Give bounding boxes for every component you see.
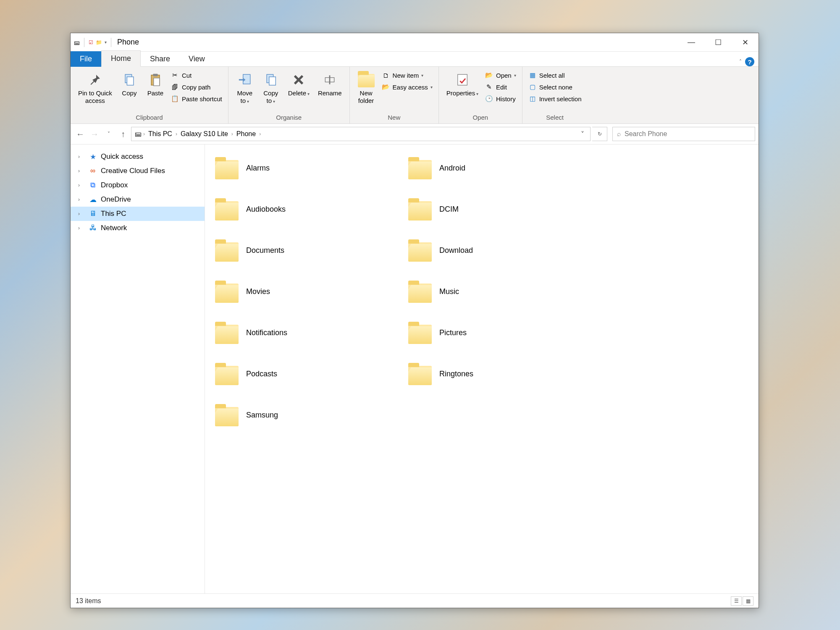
expand-icon[interactable]: › (78, 168, 85, 174)
folder-label: Download (439, 246, 473, 255)
tab-file[interactable]: File (71, 51, 101, 67)
chevron-icon[interactable]: › (176, 131, 177, 137)
address-dropdown-icon[interactable]: ˅ (578, 130, 587, 138)
select-all-button[interactable]: ▦Select all (527, 70, 583, 80)
sidebar-item-network[interactable]: › 🖧 Network (71, 221, 205, 235)
folder-audiobooks[interactable]: Audiobooks (213, 190, 398, 228)
copy-button[interactable]: Copy (117, 69, 142, 99)
breadcrumb-device[interactable]: Galaxy S10 Lite (179, 129, 230, 139)
copy-to-button[interactable]: Copy to (259, 69, 283, 106)
expand-icon[interactable]: › (78, 225, 85, 231)
copy-path-button[interactable]: 🗐Copy path (169, 82, 224, 92)
sidebar-item-creative-cloud-files[interactable]: › ∞ Creative Cloud Files (71, 164, 205, 178)
folder-android[interactable]: Android (407, 149, 591, 187)
group-new: New folder 🗋New item 📂Easy access New (350, 67, 439, 123)
close-button[interactable]: ✕ (732, 33, 759, 52)
folder-documents[interactable]: Documents (213, 231, 398, 270)
expand-icon[interactable]: › (78, 154, 85, 160)
quick-access-toolbar: 🖴 ☑ 📁 ▾ (74, 38, 113, 47)
edit-button[interactable]: ✎Edit (483, 82, 518, 92)
explorer-window: 🖴 ☑ 📁 ▾ Phone — ☐ ✕ File Home Share View… (70, 33, 759, 608)
chevron-icon[interactable]: › (259, 131, 261, 137)
paste-shortcut-button[interactable]: 📋Paste shortcut (169, 94, 224, 104)
open-button[interactable]: 📂Open (483, 70, 518, 80)
folder-music[interactable]: Music (407, 272, 591, 311)
expand-icon[interactable]: › (78, 182, 85, 188)
sidebar-item-label: Dropbox (101, 181, 128, 189)
expand-icon[interactable]: › (78, 211, 85, 217)
help-icon[interactable]: ? (745, 57, 754, 66)
folder-download[interactable]: Download (407, 231, 591, 270)
cut-button[interactable]: ✂Cut (169, 70, 224, 80)
search-input[interactable] (625, 130, 751, 138)
folder-icon (408, 281, 432, 302)
tab-view[interactable]: View (179, 51, 214, 67)
folder-notifications[interactable]: Notifications (213, 313, 398, 352)
expand-icon[interactable]: › (78, 197, 85, 202)
folder-movies[interactable]: Movies (213, 272, 398, 311)
breadcrumb-phone[interactable]: Phone (235, 129, 257, 139)
folder-alarms[interactable]: Alarms (213, 149, 398, 187)
qat-dropdown-icon[interactable]: ▾ (105, 40, 107, 45)
sidebar-item-label: This PC (101, 210, 126, 218)
folder-dcim[interactable]: DCIM (407, 190, 591, 228)
breadcrumb-this-pc[interactable]: This PC (147, 129, 174, 139)
move-to-button[interactable]: Move to (233, 69, 257, 106)
folder-icon (215, 199, 239, 220)
delete-button[interactable]: Delete (285, 69, 313, 99)
copy-path-icon: 🗐 (171, 83, 179, 91)
group-label: New (354, 113, 434, 123)
group-label: Open (443, 113, 518, 123)
folder-label: Ringtones (439, 370, 473, 378)
pin-to-quick-access-button[interactable]: Pin to Quick access (75, 69, 116, 106)
up-button[interactable]: ↑ (117, 128, 129, 140)
folder-icon (408, 240, 432, 261)
cc-icon: ∞ (88, 166, 97, 176)
navigation-pane: › ★ Quick access› ∞ Creative Cloud Files… (71, 144, 205, 593)
refresh-button[interactable]: ↻ (592, 127, 607, 141)
sidebar-item-onedrive[interactable]: › ☁ OneDrive (71, 192, 205, 207)
folder-samsung[interactable]: Samsung (213, 396, 398, 434)
maximize-button[interactable]: ☐ (705, 33, 732, 52)
minimize-button[interactable]: — (678, 33, 705, 52)
search-box[interactable]: ⌕ (612, 127, 755, 141)
sidebar-item-dropbox[interactable]: › ⧉ Dropbox (71, 178, 205, 192)
sidebar-item-label: Network (101, 224, 127, 232)
folder-podcasts[interactable]: Podcasts (213, 354, 398, 393)
folder-qat-icon[interactable]: 📁 (96, 39, 102, 45)
folder-ringtones[interactable]: Ringtones (407, 354, 591, 393)
properties-button[interactable]: Properties (443, 69, 482, 99)
rename-button[interactable]: Rename (315, 69, 345, 99)
status-bar: 13 items ☰ ▦ (71, 593, 759, 608)
easy-access-button[interactable]: 📂Easy access (380, 82, 434, 92)
icons-view-button[interactable]: ▦ (743, 596, 753, 606)
sidebar-item-quick-access[interactable]: › ★ Quick access (71, 150, 205, 164)
history-icon: 🕑 (485, 94, 494, 103)
invert-selection-button[interactable]: ◫Invert selection (527, 94, 583, 104)
address-bar[interactable]: 🖴 › This PC › Galaxy S10 Lite › Phone › … (131, 127, 591, 141)
window-title: Phone (117, 38, 139, 47)
new-folder-button[interactable]: New folder (354, 69, 378, 106)
new-item-button[interactable]: 🗋New item (380, 70, 434, 80)
forward-button[interactable]: → (88, 128, 101, 140)
new-item-icon: 🗋 (382, 71, 390, 79)
collapse-ribbon-icon[interactable]: ˄ (739, 59, 742, 65)
folder-label: Podcasts (246, 370, 277, 378)
folder-pictures[interactable]: Pictures (407, 313, 591, 352)
dropbox-icon: ⧉ (88, 181, 97, 190)
sidebar-item-label: Creative Cloud Files (101, 167, 165, 175)
select-none-button[interactable]: ▢Select none (527, 82, 583, 92)
details-view-button[interactable]: ☰ (731, 596, 742, 606)
chevron-icon[interactable]: › (231, 131, 233, 137)
properties-qat-icon[interactable]: ☑ (89, 39, 93, 45)
chevron-icon[interactable]: › (143, 131, 145, 137)
group-label: Clipboard (75, 113, 224, 123)
sidebar-item-this-pc[interactable]: › 🖥 This PC (71, 207, 205, 221)
tab-share[interactable]: Share (141, 51, 179, 67)
paste-button[interactable]: Paste (143, 69, 168, 99)
history-button[interactable]: 🕑History (483, 94, 518, 104)
recent-locations-button[interactable]: ˅ (102, 128, 115, 140)
tab-home[interactable]: Home (101, 50, 141, 67)
back-button[interactable]: ← (74, 128, 87, 140)
folder-label: Documents (246, 246, 284, 255)
